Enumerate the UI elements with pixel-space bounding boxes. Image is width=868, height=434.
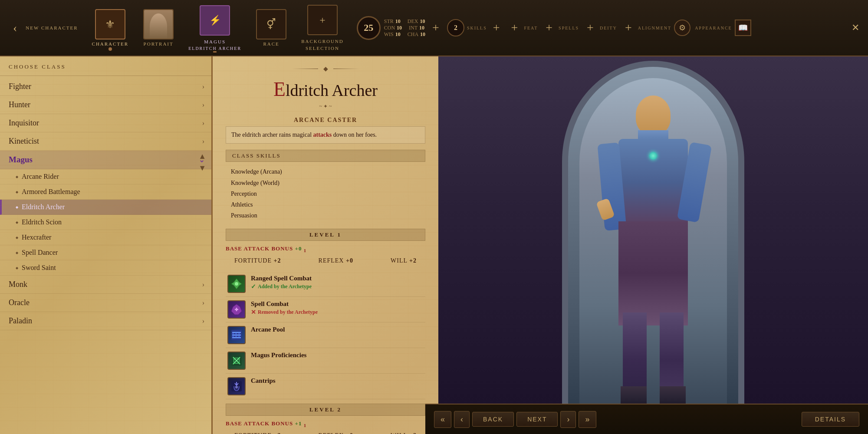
- first-page-button[interactable]: «: [434, 411, 451, 428]
- feature-arcane-pool[interactable]: Arcane Pool: [226, 322, 425, 348]
- class-skills-header: Class Skills: [226, 150, 425, 162]
- next-page-button[interactable]: ›: [560, 411, 576, 428]
- new-character-tab[interactable]: New Character: [26, 25, 78, 30]
- inquisitor-arrow: ›: [202, 119, 204, 127]
- subclass-spell-dancer[interactable]: Spell Dancer: [0, 245, 211, 260]
- class-tab-icon: ⚡: [200, 5, 230, 36]
- class-item-magus[interactable]: Magus ⌄: [0, 151, 211, 169]
- class-tab-label-1: Magus: [204, 39, 226, 44]
- class-detail-panel: ◆ Eldritch Archer ~ ✦ ~ Arcane Caster Th…: [213, 56, 868, 434]
- level1-header: Level 1: [226, 229, 425, 241]
- bottom-nav-left: « ‹ Back Next › »: [434, 411, 596, 428]
- class-item-fighter[interactable]: Fighter ›: [0, 78, 211, 96]
- magus-proficiencies-icon: [227, 352, 246, 370]
- feat-nav-plus[interactable]: +: [508, 21, 522, 35]
- skills-nav-plus[interactable]: +: [490, 21, 503, 35]
- race-tab-icon: ⚥: [256, 9, 286, 39]
- skill-item-arcana: Knowledge (Arcana): [231, 166, 420, 177]
- cantrips-icon: [227, 377, 246, 395]
- feature-magus-proficiencies[interactable]: Magus Proficiencies: [226, 348, 425, 374]
- fortitude-save: Fortitude +2: [234, 257, 281, 264]
- appearance-nav-section: Appearance 📖: [695, 20, 751, 36]
- last-page-button[interactable]: »: [579, 411, 596, 428]
- title-line-left: [292, 69, 318, 69]
- spells-nav-plus[interactable]: +: [542, 21, 556, 35]
- ranged-spell-combat-icon: [227, 275, 246, 293]
- tab-character[interactable]: ⚜ Character: [87, 6, 134, 50]
- title-diamond-left: ◆: [323, 65, 328, 72]
- character-body: [592, 95, 714, 408]
- subtitle-decoration: ~ ✦ ~: [226, 103, 425, 110]
- level2-will-save: Will +3: [391, 432, 417, 434]
- spell-combat-icon: [227, 300, 246, 319]
- subclass-hexcrafter[interactable]: Hexcrafter: [0, 230, 211, 245]
- class-item-oracle[interactable]: Oracle ›: [0, 294, 211, 312]
- back-button[interactable]: Back: [472, 412, 514, 427]
- scroll-down-arrow[interactable]: ▼: [198, 164, 206, 173]
- portrait-thumbnail: [144, 9, 173, 39]
- hunter-arrow: ›: [202, 101, 204, 109]
- class-item-inquisitor[interactable]: Inquisitor ›: [0, 114, 211, 132]
- appearance-icon: 📖: [735, 20, 751, 36]
- level1-base-attack: Base Attack Bonus +0 1: [226, 243, 425, 255]
- oracle-arrow: ›: [202, 299, 204, 307]
- feature-ranged-spell-combat[interactable]: Ranged Spell Combat ✓ Added by the Arche…: [226, 271, 425, 297]
- portrait-tab-label: Portrait: [144, 41, 174, 46]
- will-save: Will +2: [391, 257, 417, 264]
- class-item-kineticist[interactable]: Kineticist ›: [0, 132, 211, 151]
- skill-item-persuasion: Persuasion: [231, 210, 420, 221]
- tab-background[interactable]: + Background Selection: [296, 1, 349, 54]
- skill-item-world: Knowledge (World): [231, 178, 420, 188]
- character-portrait-section: [438, 56, 868, 434]
- bottom-navigation-bar: « ‹ Back Next › » Details: [425, 404, 868, 434]
- alignment-nav-plus[interactable]: +: [621, 21, 635, 35]
- archetype-type-label: Arcane Caster: [226, 117, 425, 124]
- race-tab-label: Race: [263, 41, 279, 46]
- arcane-pool-icon: [227, 326, 246, 344]
- details-button[interactable]: Details: [802, 412, 859, 427]
- title-drop-cap: E: [273, 78, 286, 100]
- arcane-pool-info: Arcane Pool: [251, 326, 424, 333]
- feature-cantrips[interactable]: Cantrips: [226, 374, 425, 399]
- prev-page-button[interactable]: ‹: [454, 411, 470, 428]
- title-decoration: ◆: [226, 65, 425, 72]
- class-details-scroll[interactable]: ◆ Eldritch Archer ~ ✦ ~ Arcane Caster Th…: [213, 56, 438, 434]
- ability-scores-plus[interactable]: +: [429, 21, 443, 35]
- active-tab-indicator: [108, 47, 112, 51]
- subclass-armored-battlemage[interactable]: Armored Battlemage: [0, 184, 211, 200]
- subclass-sword-saint[interactable]: Sword Saint: [0, 260, 211, 276]
- level2-base-attack: Base Attack Bonus +1 1: [226, 418, 425, 430]
- nav-prev-arrow[interactable]: ‹: [9, 16, 21, 39]
- subclass-arcane-rider[interactable]: Arcane Rider: [0, 169, 211, 184]
- bg-label-2: Selection: [306, 46, 339, 51]
- subclass-eldritch-archer[interactable]: Eldritch Archer: [0, 200, 211, 215]
- class-item-hunter[interactable]: Hunter ›: [0, 96, 211, 114]
- tab-class[interactable]: ⚡ Magus Eldritch Archer: [183, 2, 247, 54]
- kineticist-arrow: ›: [202, 138, 204, 145]
- spells-nav-section: + Spells: [542, 21, 579, 35]
- level2-reflex-save: Reflex +0: [319, 432, 353, 434]
- alignment-nav-section: + Alignment ⚙: [621, 20, 690, 36]
- class-item-paladin[interactable]: Paladin ›: [0, 312, 211, 330]
- level1-saves: Fortitude +2 Reflex +0 Will +2: [226, 255, 425, 267]
- paladin-arrow: ›: [202, 317, 204, 325]
- tab-portrait[interactable]: Portrait: [138, 6, 179, 50]
- description-highlight: attacks: [313, 132, 332, 138]
- class-item-monk[interactable]: Monk ›: [0, 276, 211, 294]
- class-title-row: Eldritch Archer: [226, 78, 425, 101]
- subclass-eldritch-scion[interactable]: Eldritch Scion: [0, 215, 211, 230]
- alignment-icon: ⚙: [674, 20, 690, 36]
- feature-spell-combat[interactable]: Spell Combat ✕ Removed by the Archetype: [226, 297, 425, 322]
- deity-nav-plus[interactable]: +: [583, 21, 597, 35]
- spell-combat-tag: ✕ Removed by the Archetype: [251, 309, 424, 316]
- level2-saves: Fortitude +3 Reflex +0 Will +3: [226, 430, 425, 434]
- close-button[interactable]: ✕: [852, 22, 859, 33]
- fighter-arrow: ›: [202, 83, 204, 91]
- top-navigation-bar: ‹ New Character ⚜ Character Portrait ⚡ M…: [0, 0, 868, 56]
- class-title-main: ldritch Archer: [286, 81, 378, 99]
- level2-fortitude-save: Fortitude +3: [234, 432, 281, 434]
- tab-race[interactable]: ⚥ Race: [251, 6, 292, 50]
- next-button[interactable]: Next: [516, 412, 558, 427]
- background-tab-icon: +: [307, 5, 338, 35]
- scroll-up-arrow[interactable]: ▲: [198, 152, 206, 161]
